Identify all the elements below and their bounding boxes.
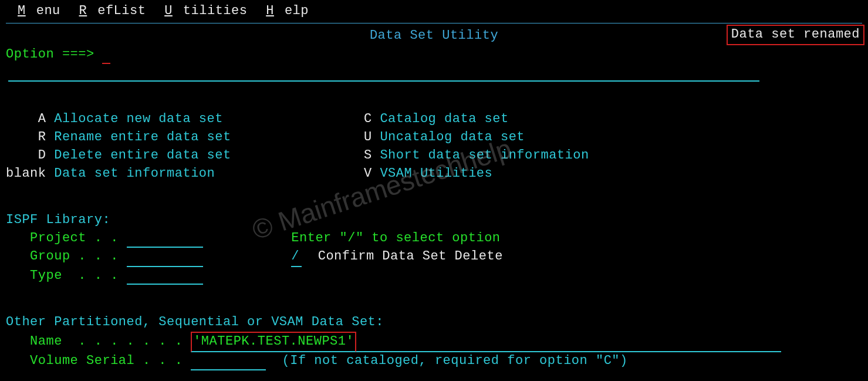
options-left: A Allocate new data set R Rename entire … [6, 92, 364, 183]
opt-d[interactable]: Delete entire data set [54, 148, 231, 163]
opt-s[interactable]: Short data set information [380, 148, 589, 163]
confirm-label: Confirm Data Set Delete [318, 249, 503, 264]
select-hint: Enter "/" to select option [291, 231, 500, 245]
type-label: Type . . . [30, 268, 119, 283]
menu-bar: Menu RefList Utilities Help [0, 0, 868, 21]
project-input[interactable] [127, 234, 203, 248]
option-line: Option ===> [0, 46, 868, 82]
divider [6, 23, 862, 23]
name-input-rest[interactable] [356, 338, 781, 352]
confirm-checkbox[interactable]: / [291, 248, 302, 267]
ispf-heading: ISPF Library: [6, 213, 110, 227]
opt-c[interactable]: Catalog data set [380, 112, 508, 126]
ispf-section: ISPF Library: Project . . Enter "/" to s… [0, 193, 868, 285]
vol-label: Volume Serial . . . [30, 353, 183, 368]
name-input[interactable]: 'MATEPK.TEST.NEWPS1' [191, 332, 356, 352]
group-input[interactable] [127, 253, 203, 267]
other-section: Other Partitioned, Sequential or VSAM Da… [0, 295, 868, 370]
name-label: Name . . . . . . . [30, 334, 183, 349]
option-input[interactable] [6, 47, 759, 80]
type-input[interactable] [127, 271, 203, 285]
volume-input[interactable] [191, 356, 266, 370]
opt-u[interactable]: Uncatalog data set [380, 130, 525, 144]
menu-item-reflist[interactable]: RefList [79, 4, 146, 18]
vol-hint: (If not cataloged, required for option "… [282, 353, 628, 368]
panel-title: Data Set Utility [370, 27, 498, 45]
opt-blank[interactable]: Data set information [54, 166, 215, 181]
menu-item-help[interactable]: Help [266, 4, 309, 18]
menu-item-menu[interactable]: Menu [18, 4, 60, 18]
status-message: Data set renamed [727, 25, 864, 45]
option-prompt: Option ===> [6, 47, 94, 62]
project-label: Project . . [30, 231, 119, 245]
opt-r[interactable]: Rename entire data set [54, 130, 231, 144]
options-right: C Catalog data set U Uncatalog data set … [364, 92, 589, 183]
other-heading: Other Partitioned, Sequential or VSAM Da… [6, 315, 384, 329]
menu-item-utilities[interactable]: Utilities [164, 4, 247, 18]
title-bar: Data Set Utility Data set renamed [0, 27, 868, 47]
group-label: Group . . . [30, 249, 119, 264]
opt-a[interactable]: Allocate new data set [54, 112, 223, 126]
option-columns: A Allocate new data set R Rename entire … [0, 92, 868, 183]
opt-v[interactable]: VSAM Utilities [380, 166, 492, 181]
